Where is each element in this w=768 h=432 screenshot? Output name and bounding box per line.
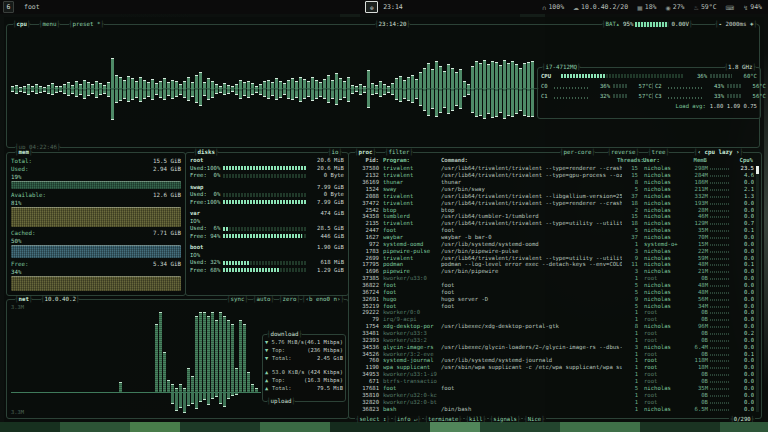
process-row[interactable]: 1696pipewire/usr/bin/pipewire3nicholas21… bbox=[353, 268, 754, 275]
column-user[interactable]: User: bbox=[639, 157, 683, 163]
process-row[interactable]: 17795podmanpodman --log-level error exec… bbox=[353, 261, 754, 268]
process-row[interactable]: 1524sway/usr/bin/sway5nicholas211M2.1 bbox=[353, 186, 754, 193]
column-program[interactable]: Program: bbox=[383, 157, 439, 163]
clock[interactable]: 23:14 bbox=[383, 3, 403, 11]
disk-free-row: Free: 94%446 GiB bbox=[186, 233, 348, 241]
process-row[interactable]: 32393kworker/u33:21root0B0.0 bbox=[353, 336, 754, 343]
refresh-control[interactable]: - 2000ms + bbox=[715, 21, 757, 28]
process-row[interactable]: 36822footfoot5nicholas48M0.0 bbox=[353, 282, 754, 289]
process-row[interactable]: 37580trivalent/usr/lib64/trivalent/triva… bbox=[353, 165, 754, 172]
disk-io-row: IO% bbox=[186, 252, 348, 260]
footer-terminate-button[interactable]: terminate bbox=[424, 416, 463, 422]
cpu-info-box: i7-4712MQ 1.8 GHz CPU 36% 60°C C0 36% 57 bbox=[537, 67, 761, 119]
core-temp-graph bbox=[613, 84, 627, 88]
tray-item[interactable]: ↯94% bbox=[743, 3, 762, 11]
process-row[interactable]: 29222kworker/0:01root0B0.0 bbox=[353, 309, 754, 316]
tree-button[interactable]: tree bbox=[648, 149, 669, 156]
tray-item[interactable]: ☁10.0.40.2/20 bbox=[573, 3, 628, 11]
process-row[interactable]: 32691hugohugo server -D9nicholas56M0.0 bbox=[353, 295, 754, 302]
process-row[interactable]: 972systemd-oomd/usr/lib/systemd/systemd-… bbox=[353, 240, 754, 247]
process-row[interactable]: 34536glycin-image-rs/usr/libexec/glycin-… bbox=[353, 343, 754, 350]
io-toggle-button[interactable]: io bbox=[328, 149, 342, 156]
proc-scrollbar[interactable] bbox=[756, 166, 759, 412]
process-row[interactable]: 35219footfoot5nicholas34M0.0 bbox=[353, 302, 754, 309]
column-mem[interactable]: MemB bbox=[683, 157, 707, 163]
column-cpu[interactable]: Cpu% bbox=[731, 157, 753, 163]
process-row[interactable]: 1190wpa_supplicant/usr/sbin/wpa_supplica… bbox=[353, 364, 754, 371]
footer-info-button[interactable]: info ↵ bbox=[393, 416, 422, 422]
net-download-graph bbox=[11, 310, 261, 392]
process-row[interactable]: 1627waybarwaybar -b bar-037nicholas70M0.… bbox=[353, 234, 754, 241]
filter-button[interactable]: filter bbox=[385, 149, 413, 156]
tray-item-value: 94% bbox=[750, 3, 762, 11]
process-row[interactable]: 34358tumblerd/usr/lib64/tumbler-1/tumble… bbox=[353, 213, 754, 220]
battery-indicator: BAT▴ 95% 0.00V bbox=[602, 21, 692, 28]
process-row[interactable]: 2088trivalent/usr/lib64/trivalent/trival… bbox=[353, 192, 754, 199]
process-row[interactable]: 760systemd-journal/usr/lib/systemd/syste… bbox=[353, 357, 754, 364]
tray-item-value: 59°C bbox=[701, 3, 717, 11]
process-row[interactable]: 2699trivalent/usr/lib64/trivalent/trival… bbox=[353, 254, 754, 261]
footer-select-button[interactable]: select ↕ bbox=[355, 416, 391, 422]
process-row[interactable]: 36823bash/bin/bash1nicholas6.5M0.0 bbox=[353, 405, 754, 412]
process-row[interactable]: 35810kworker/u32:0-kc1root0B0.0 bbox=[353, 391, 754, 398]
mem-available-graph bbox=[11, 207, 181, 227]
mem-entry-value: 7.71 GiB bbox=[153, 229, 181, 237]
mem-entry: Cached:7.71 GiB bbox=[7, 229, 185, 237]
tray-item[interactable]: ◉27% bbox=[666, 3, 685, 11]
disk-used-meter bbox=[223, 193, 307, 197]
net-zero-button[interactable]: zero bbox=[279, 296, 300, 303]
cpu-temp-graph bbox=[710, 74, 732, 78]
menu-button[interactable]: menu bbox=[39, 21, 60, 28]
column-pid[interactable]: Pid: bbox=[353, 157, 379, 163]
process-row[interactable]: 2542btopbtop2nicholas28M0.0 bbox=[353, 206, 754, 213]
process-row[interactable]: 1783pipewire-pulse/usr/bin/pipewire-puls… bbox=[353, 247, 754, 254]
process-row[interactable]: 2132trivalent/usr/lib64/trivalent/trival… bbox=[353, 172, 754, 179]
process-row[interactable]: 671btrfs-transactio1root0B0.0 bbox=[353, 378, 754, 385]
process-row[interactable]: 32820kworker/u32:0-bt1root0B0.0 bbox=[353, 398, 754, 405]
footer-nice-button[interactable]: Nice bbox=[523, 416, 545, 422]
headphones-icon: ∩ bbox=[542, 4, 546, 11]
mem-used-graph bbox=[11, 181, 181, 189]
column-threads[interactable]: Threads: bbox=[617, 157, 633, 163]
core-temp: 56°C bbox=[744, 93, 766, 99]
cpu-box-label[interactable]: cpu bbox=[13, 21, 30, 28]
sort-selector[interactable]: ‹ cpu lazy › bbox=[694, 149, 743, 156]
process-row[interactable]: 2135trivalent/usr/lib64/trivalent/trival… bbox=[353, 220, 754, 227]
process-row[interactable]: 1754xdg-desktop-por/usr/libexec/xdg-desk… bbox=[353, 323, 754, 330]
net-sync-button[interactable]: sync bbox=[227, 296, 248, 303]
footer-kill-button[interactable]: kill bbox=[465, 416, 487, 422]
process-row[interactable]: 2447footfoot5nicholas35M0.1 bbox=[353, 227, 754, 234]
process-row[interactable]: 33481kworker/u33:31root0B0.2 bbox=[353, 330, 754, 337]
net-box-label[interactable]: net bbox=[15, 296, 32, 303]
tray-item[interactable]: ∩100% bbox=[542, 3, 564, 11]
tray-item[interactable]: ⌨ bbox=[726, 4, 735, 11]
disk-used-row: Used: 32%618 MiB bbox=[186, 259, 348, 267]
core-graph bbox=[554, 94, 588, 99]
net-interface-selector[interactable]: ‹b eno0 n› bbox=[302, 296, 344, 303]
process-row[interactable]: 79irq/9-acpi1root0B0.0 bbox=[353, 316, 754, 323]
disks-box-label[interactable]: disks bbox=[194, 149, 218, 156]
upload-label: upload bbox=[267, 398, 295, 405]
globe-icon[interactable]: ⊕ bbox=[365, 1, 378, 13]
proc-box-label[interactable]: proc bbox=[355, 149, 376, 156]
footer-signals-button[interactable]: signals bbox=[489, 416, 521, 422]
process-row[interactable]: 36169thunarthunar8nicholas186M0.0 bbox=[353, 179, 754, 186]
preset-button[interactable]: preset * bbox=[69, 21, 104, 28]
mem-box-label[interactable]: mem bbox=[15, 149, 32, 156]
tray-item[interactable]: ▦18% bbox=[637, 3, 656, 11]
tray-item-value: 18% bbox=[645, 3, 657, 11]
tray-item[interactable]: ♨59°C bbox=[694, 3, 717, 11]
per-core-button[interactable]: per-core bbox=[560, 149, 595, 156]
net-auto-button[interactable]: auto bbox=[253, 296, 274, 303]
process-row[interactable]: 34526kworker/3:2-eve1root0B0.1 bbox=[353, 350, 754, 357]
process-row[interactable]: 17681footfoot5nicholas35M0.0 bbox=[353, 385, 754, 392]
reverse-button[interactable]: reverse bbox=[608, 149, 639, 156]
process-row[interactable]: 34953kworker/u33:1-i91root0B0.0 bbox=[353, 371, 754, 378]
process-row[interactable]: 36724footfoot5nicholas48M0.0 bbox=[353, 288, 754, 295]
thermometer-icon: ♨ bbox=[694, 4, 699, 11]
column-command[interactable]: Command: bbox=[441, 157, 617, 163]
process-row[interactable]: 37472trivalent/usr/lib64/trivalent/triva… bbox=[353, 199, 754, 206]
terminal-window[interactable]: cpu menu preset * 23:14:20 BAT▴ 95% 0.00… bbox=[4, 17, 764, 422]
process-row[interactable]: 37385kworker/u33:01root0B0.0 bbox=[353, 275, 754, 282]
net-address: 10.0.40.2 bbox=[41, 296, 79, 303]
